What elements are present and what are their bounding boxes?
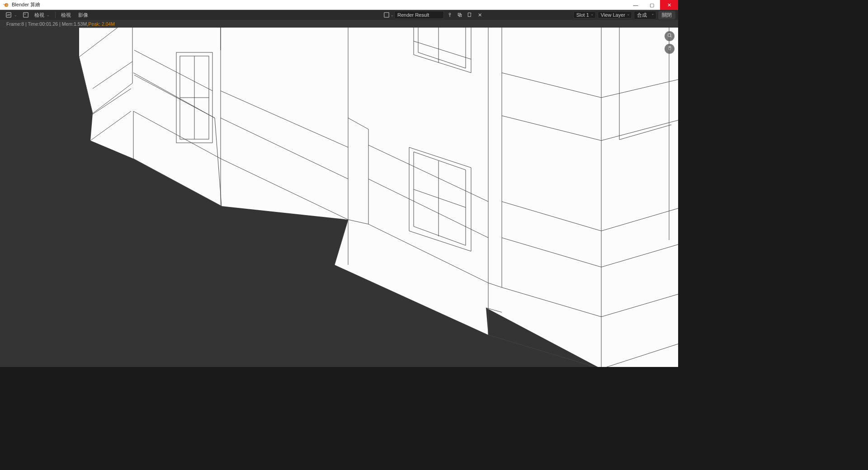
view-layer-dropdown[interactable]: View Layer — [598, 11, 632, 19]
window-minimize-button[interactable]: — — [627, 0, 644, 10]
chevron-down-icon: ⌄ — [47, 13, 50, 17]
menu-view-1[interactable]: 檢視⌄ — [32, 11, 52, 19]
image-name-field[interactable]: Render Result — [394, 11, 444, 19]
new-image-button[interactable] — [466, 11, 474, 19]
pin-button[interactable] — [446, 11, 454, 19]
svg-rect-4 — [24, 13, 28, 18]
image-browse-button[interactable]: ⌄ — [384, 11, 392, 19]
duplicate-button[interactable] — [456, 11, 464, 19]
new-icon — [467, 12, 473, 18]
display-mode-button[interactable] — [22, 11, 30, 19]
status-text: Frame:8 | Time:00:01.26 | Mem:1.53M, — [6, 21, 88, 27]
copy-icon — [457, 12, 463, 18]
blender-logo-icon — [3, 2, 9, 8]
image-mode-icon — [23, 12, 29, 18]
menu-view-2[interactable]: 檢視 — [58, 11, 74, 19]
status-peak: Peak: 2.04M — [88, 21, 115, 27]
magnify-icon — [667, 33, 673, 40]
menu-image[interactable]: 影像 — [75, 11, 91, 19]
chevron-down-icon: ⌄ — [391, 13, 394, 17]
svg-rect-10 — [468, 13, 471, 17]
svg-point-2 — [6, 4, 7, 5]
svg-rect-6 — [384, 13, 389, 18]
unlink-image-button[interactable]: ✕ — [476, 11, 484, 19]
image-editor-icon — [5, 12, 12, 18]
window-titlebar: Blender 算繪 — ▢ ✕ — [0, 0, 678, 10]
image-name-label: Render Result — [397, 12, 429, 18]
svg-point-17 — [668, 33, 671, 37]
render-viewport[interactable] — [0, 28, 678, 367]
separator — [55, 12, 56, 18]
window-maximize-button[interactable]: ▢ — [644, 0, 660, 10]
render-result-image — [0, 28, 678, 367]
close-render-button[interactable]: 關閉 — [658, 11, 675, 19]
editor-type-dropdown[interactable]: ⌄ — [3, 11, 20, 19]
svg-point-5 — [24, 14, 25, 14]
viewport-zoom-button[interactable] — [665, 31, 675, 41]
window-close-button[interactable]: ✕ — [660, 0, 678, 10]
slot-dropdown[interactable]: Slot 1 — [573, 11, 596, 19]
close-icon: ✕ — [478, 12, 482, 18]
render-pass-dropdown[interactable]: 合成 — [634, 11, 656, 19]
window-title: Blender 算繪 — [12, 1, 40, 8]
hand-icon — [667, 45, 673, 52]
svg-point-7 — [449, 13, 451, 15]
image-display-icon — [383, 12, 390, 18]
chevron-down-icon: ⌄ — [14, 13, 17, 17]
render-status-bar: Frame:8 | Time:00:01.26 | Mem:1.53M, Pea… — [0, 20, 678, 28]
editor-header: ⌄ 檢視⌄ 檢視 影像 ⌄ Render Result ✕ Slot 1 Vie… — [0, 10, 678, 20]
pin-icon — [447, 12, 453, 18]
viewport-pan-button[interactable] — [665, 44, 675, 54]
